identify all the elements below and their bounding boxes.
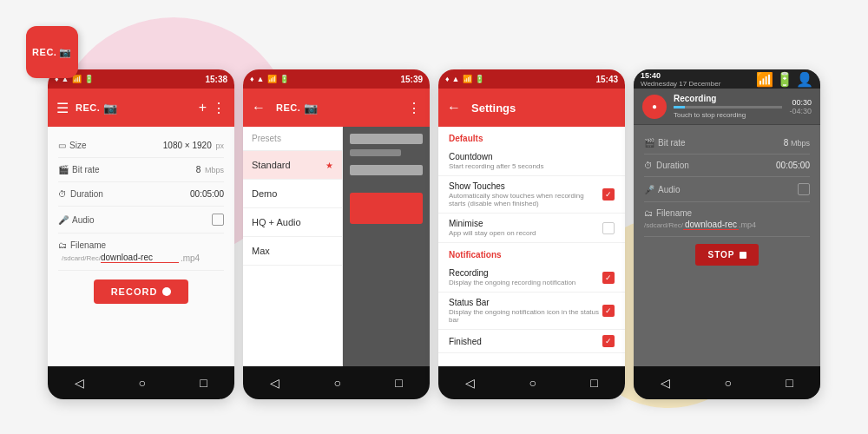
phone2-nav-recent[interactable]: □ — [395, 376, 402, 390]
phone2-time: 15:39 — [400, 75, 423, 84]
phone4-bitrate-label: 🎬 Bit rate — [644, 138, 696, 148]
phone2-preset-max[interactable]: Max — [243, 237, 342, 266]
phone3-statusbar-checkbox[interactable]: ✓ — [602, 305, 615, 317]
phone3-toolbar: ← Settings — [438, 89, 625, 127]
phone3-notifications-title: Notifications — [438, 243, 625, 263]
phone2-right-placeholder2 — [350, 149, 401, 156]
phone4-timer-neg: -04:30 — [789, 107, 812, 115]
phone1-nav-back[interactable]: ◁ — [75, 376, 84, 390]
phone3-bottom-nav: ◁ ○ □ — [438, 366, 625, 399]
phone4-progress-fill — [674, 106, 685, 108]
phone1-toolbar: ☰ REC. 📷 + ⋮ — [48, 89, 234, 127]
phone1-bottom-nav: ◁ ○ □ — [48, 366, 234, 399]
preset-demo-label: Demo — [252, 188, 277, 199]
phone4-dark-content: 🎬 Bit rate 8 Mbps ⏱ Duration 00:05:00 🎤 — [634, 125, 820, 366]
phone1-duration-value: 00:05:00 — [110, 189, 224, 199]
phone1-filename-label: 🗂 Filename — [58, 240, 110, 250]
phone2-preset-standard[interactable]: Standard ★ — [243, 151, 342, 180]
phone2-cam-icon: 📷 — [304, 102, 318, 115]
phone2-back-arrow[interactable]: ← — [252, 100, 266, 115]
phone2-status-bar: ♦ ▲ 📶 🔋 15:39 — [243, 69, 430, 89]
phone4-audio-label: 🎤 Audio — [644, 185, 696, 194]
stop-btn-square — [740, 252, 746, 259]
phone3-nav-recent[interactable]: □ — [590, 376, 597, 390]
phone4-progress-bg — [674, 106, 782, 108]
phone3-recording-notif-item: Recording Display the ongoing recording … — [438, 263, 625, 293]
phone4-nav-back[interactable]: ◁ — [661, 376, 670, 390]
phone3-minimise-sub: App will stay open on record — [449, 229, 602, 237]
phone2-presets-panel: Presets Standard ★ Demo HQ + Audio Max — [243, 127, 430, 366]
phone2-preset-demo[interactable]: Demo — [243, 180, 342, 208]
phone1-size-row: ▭ Size 1080 × 1920 px — [58, 134, 224, 158]
phone4-notif-title: Recording — [674, 94, 782, 103]
phone3-countdown-text: Countdown Start recording after 5 second… — [449, 152, 615, 170]
app-icon: REC. 📷 — [26, 26, 78, 78]
phone1-menu-icon[interactable]: ☰ — [56, 100, 69, 116]
phone1-toolbar-icons: + ⋮ — [199, 100, 226, 116]
phone3-recording-notif-text: Recording Display the ongoing recording … — [449, 268, 602, 286]
phone-2: ♦ ▲ 📶 🔋 15:39 ← REC. 📷 ⋮ Presets Standar… — [243, 69, 430, 399]
phone1-bitrate-label: 🎬 Bit rate — [58, 165, 110, 174]
phone4-audio-checkbox[interactable] — [798, 183, 810, 195]
phone1-audio-checkbox[interactable] — [212, 214, 224, 226]
phone2-nav-back[interactable]: ◁ — [270, 376, 279, 390]
phone1-nav-recent[interactable]: □ — [200, 376, 207, 390]
phone1-record-button[interactable]: RECORD — [94, 279, 189, 304]
phone1-duration-row: ⏱ Duration 00:05:00 — [58, 182, 224, 207]
phone2-status-icons: ♦ ▲ 📶 🔋 — [250, 75, 289, 83]
phone4-duration-row: ⏱ Duration 00:05:00 — [644, 155, 810, 177]
preset-max-label: Max — [252, 246, 270, 256]
phone4-stop-button[interactable]: STOP — [695, 244, 758, 266]
phone3-recording-notif-checkbox[interactable]: ✓ — [602, 272, 615, 284]
app-rec-text: REC. — [32, 47, 56, 57]
phone2-toolbar: ← REC. 📷 ⋮ — [243, 89, 430, 127]
phone1-size-value: 1080 × 1920 px — [110, 141, 224, 150]
phone4-bitrate-value: 8 Mbps — [696, 138, 810, 148]
phone3-finished-item: Finished ✓ — [438, 330, 625, 353]
app-cam-icon: 📷 — [59, 47, 72, 58]
phone1-content: ▭ Size 1080 × 1920 px 🎬 Bit rate 8 Mbps — [48, 127, 234, 366]
phone1-toolbar-title: REC. 📷 — [76, 102, 192, 115]
phone2-right-record-placeholder — [350, 193, 423, 224]
phone2-nav-home[interactable]: ○ — [334, 376, 341, 390]
phone-3: ♦ ▲ 📶 🔋 15:43 ← Settings Defaults Countd… — [438, 69, 625, 399]
phone3-back-arrow[interactable]: ← — [447, 100, 461, 115]
phone4-notification-bar: ● Recording Touch to stop recording 00:3… — [634, 89, 820, 125]
phone1-nav-home[interactable]: ○ — [139, 376, 146, 390]
phone3-countdown-item: Countdown Start recording after 5 second… — [438, 147, 625, 176]
phone1-bitrate-value: 8 Mbps — [110, 165, 224, 174]
record-btn-circle — [162, 287, 171, 296]
phone1-audio-row: 🎤 Audio — [58, 207, 224, 233]
phone4-notif-icon: ● — [642, 95, 667, 119]
phone1-filename-ext: .mp4 — [181, 253, 200, 263]
phone4-notif-text: Recording Touch to stop recording — [674, 94, 782, 119]
preset-standard-star: ★ — [326, 161, 333, 170]
phone3-statusbar-item: Status Bar Display the ongoing notificat… — [438, 293, 625, 330]
phone3-finished-checkbox[interactable]: ✓ — [602, 335, 615, 347]
phone3-status-icons: ♦ ▲ 📶 🔋 — [445, 75, 484, 83]
phone3-showtouches-checkbox[interactable]: ✓ — [602, 188, 615, 201]
phone3-settings-content: Defaults Countdown Start recording after… — [438, 127, 625, 366]
phone1-size-label: ▭ Size — [58, 141, 110, 150]
phone2-more-icon[interactable]: ⋮ — [407, 100, 421, 116]
phone3-minimise-checkbox[interactable] — [602, 222, 615, 234]
phone4-filename-row: 🗂 Filename /sdcard/Rec/ download-rec .mp… — [644, 202, 810, 237]
phone2-presets-right — [343, 127, 430, 366]
phone1-add-icon[interactable]: + — [199, 100, 207, 116]
phone4-notif-times: 00:30 -04:30 — [789, 98, 812, 115]
phone3-nav-back[interactable]: ◁ — [465, 376, 475, 390]
phone1-filename-input[interactable] — [101, 253, 179, 263]
phones-container: ♦ ▲ 📶 🔋 15:38 ☰ REC. 📷 + ⋮ ▭ Si — [35, 69, 833, 399]
phone2-preset-hq[interactable]: HQ + Audio — [243, 208, 342, 237]
phone4-nav-home[interactable]: ○ — [725, 376, 732, 390]
phone1-time: 15:38 — [205, 75, 227, 84]
phone2-presets-list: Presets Standard ★ Demo HQ + Audio Max — [243, 127, 343, 366]
phone3-showtouches-sub: Automatically show touches when recordin… — [449, 192, 602, 207]
phone4-filename-section: /sdcard/Rec/ download-rec .mp4 — [644, 220, 756, 230]
phone3-nav-home[interactable]: ○ — [529, 376, 536, 390]
phone2-bottom-nav: ◁ ○ □ — [243, 366, 430, 399]
phone3-status-bar: ♦ ▲ 📶 🔋 15:43 — [438, 69, 625, 89]
phone1-more-icon[interactable]: ⋮ — [212, 100, 226, 116]
phone4-nav-recent[interactable]: □ — [786, 376, 792, 390]
phone4-audio-row: 🎤 Audio — [644, 177, 810, 202]
